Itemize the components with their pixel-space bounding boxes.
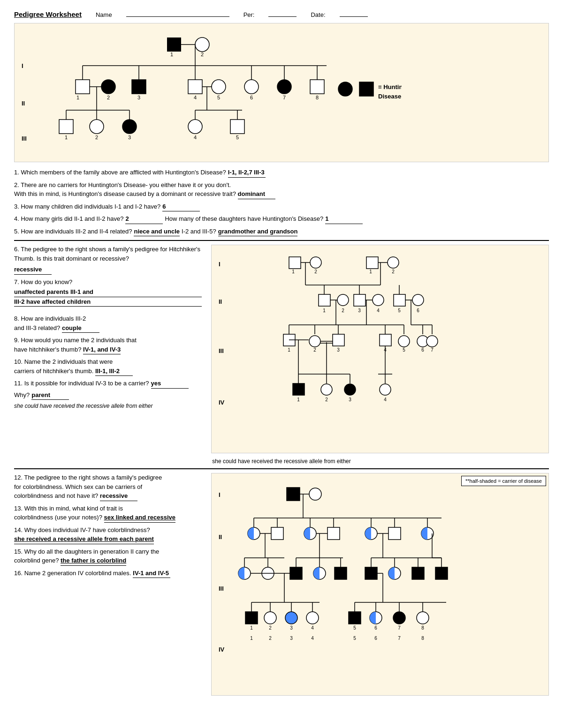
cb-I-2	[309, 488, 321, 500]
colorblind-pedigree-container: **half-shaded = carrier of disease I II …	[211, 473, 549, 696]
legend-circle	[338, 82, 352, 96]
svg-text:I: I	[219, 261, 221, 268]
a9-text: IV-1, and IV-3	[83, 345, 121, 355]
q1-line: 1. Which members of the family above are…	[14, 168, 549, 178]
hitchhikers-section: 6. The pedigree to the right shows a fam…	[14, 245, 549, 453]
cb-II-2	[271, 527, 283, 540]
cb-IV-3	[285, 612, 297, 624]
svg-text:2: 2	[325, 397, 328, 402]
svg-text:II: II	[219, 298, 222, 305]
page-title: Pedigree Worksheet	[14, 10, 82, 18]
svg-text:Disease: Disease	[378, 93, 401, 100]
III-1-square	[59, 120, 73, 134]
a2-text: dominant	[238, 189, 275, 199]
svg-text:1: 1	[250, 636, 253, 641]
q12-2-text: for colorblindness. Which sex can be car…	[14, 483, 142, 490]
cb-II-4	[327, 527, 340, 540]
svg-text:3: 3	[137, 95, 140, 100]
cb-II-6	[388, 527, 401, 540]
h-IV-2	[321, 384, 332, 395]
q10-2-text: carriers of hitchhiker's thumb.	[14, 368, 93, 375]
q9-2-text: have hitchhiker's thumb?	[14, 346, 81, 353]
III-2-circle	[90, 120, 104, 134]
q1-text: 1. Which members of the family above are…	[14, 168, 226, 177]
svg-text:3: 3	[290, 636, 293, 641]
svg-text:1: 1	[288, 347, 290, 353]
svg-text:5: 5	[217, 95, 220, 100]
svg-text:1: 1	[65, 135, 68, 140]
q13-2-text: colorblindness (use your notes)?	[14, 514, 102, 521]
legend-square	[359, 82, 373, 96]
a15-text: the father is colorblind	[61, 556, 126, 566]
svg-text:3: 3	[358, 308, 361, 313]
svg-text:5: 5	[398, 308, 401, 313]
a4-2-text: 1	[325, 214, 363, 224]
II-2-circle	[101, 80, 115, 94]
cb-III-8	[412, 567, 424, 579]
h-I-4	[388, 257, 399, 268]
svg-text:I: I	[219, 491, 221, 498]
q9-line: 9. How would you name the 2 individuals …	[14, 336, 202, 354]
svg-text:1: 1	[323, 308, 326, 313]
q16-text: 16. Name 2 generation IV colorblind male…	[14, 569, 131, 578]
svg-text:5: 5	[353, 636, 356, 641]
name-field[interactable]	[126, 9, 229, 17]
cb-II-5-half	[365, 527, 371, 540]
svg-text:6: 6	[250, 95, 253, 100]
huntingtons-pedigree-svg: 1 2 1 2	[36, 28, 402, 141]
svg-text:2: 2	[95, 135, 98, 140]
q11-1-text: 11. Is it possible for individual IV-3 t…	[14, 379, 149, 388]
III-4-circle	[188, 120, 202, 134]
date-field[interactable]	[340, 9, 368, 17]
colorblind-legend-text: **half-shaded = carrier of disease	[465, 478, 542, 484]
gen-III-label: III	[22, 122, 36, 155]
svg-text:2: 2	[201, 52, 204, 57]
cb-IV-8	[417, 612, 429, 624]
q7-text: 7. How do you know?	[14, 278, 72, 285]
II-8-square	[310, 80, 324, 94]
svg-text:6: 6	[417, 308, 419, 313]
svg-text:2: 2	[313, 347, 316, 353]
q13-line: 13. With this in mind, what kind of trai…	[14, 504, 202, 523]
cb-IV-5	[349, 612, 361, 624]
cb-IV-4	[306, 612, 319, 624]
divider-2	[14, 468, 549, 469]
svg-text:2: 2	[314, 269, 317, 274]
q4-line: 4. How many girls did II-1 and II-2 have…	[14, 214, 549, 224]
a11-2-text: parent	[31, 390, 69, 400]
cb-III-1-half	[238, 567, 244, 579]
h-I-2	[310, 257, 321, 268]
q5-1-text: 5. How are individuals III-2 and II-4 re…	[14, 227, 132, 236]
a14-text: she received a recessive allele from eac…	[14, 534, 154, 544]
a1-text: I-1, II-2,7 III-3	[228, 168, 266, 178]
hitchhikers-questions: 6. The pedigree to the right shows a fam…	[14, 245, 202, 453]
q8-2-text: and III-3 related?	[14, 324, 60, 331]
svg-text:3: 3	[290, 625, 293, 630]
cb-IV-6-half	[370, 612, 376, 624]
svg-text:1: 1	[76, 95, 79, 100]
svg-text:3: 3	[349, 397, 351, 402]
cb-II-1-half	[248, 527, 254, 540]
svg-text:III: III	[219, 347, 224, 354]
q6-line: 6. The pedigree to the right shows a fam…	[14, 245, 202, 275]
a3-text: 6	[162, 202, 200, 212]
section2-note: she could have received the recessive al…	[14, 403, 202, 409]
svg-text:5: 5	[353, 625, 356, 630]
svg-text:1: 1	[250, 625, 253, 630]
per-field[interactable]	[268, 9, 297, 17]
q15-2-text: colorblind gene?	[14, 557, 59, 564]
h-IV-4	[380, 384, 391, 395]
q12-line: 12. The pedigree to the right shows a fa…	[14, 473, 202, 501]
svg-text:4: 4	[194, 135, 197, 140]
svg-text:1: 1	[170, 52, 173, 57]
II-1-square	[76, 80, 90, 94]
svg-text:1: 1	[369, 269, 372, 274]
a11-1-text: yes	[151, 379, 189, 389]
a13-text: sex linked and recessive	[104, 513, 175, 523]
q5-2-text: I-2 and III-5?	[182, 227, 216, 236]
q13-1-text: 13. With this in mind, what kind of trai…	[14, 505, 123, 512]
a6-text: recessive	[14, 265, 52, 275]
II-6-circle	[244, 80, 259, 94]
q4-1-text: 4. How many girls did II-1 and II-2 have…	[14, 214, 123, 224]
h-I-1	[289, 257, 301, 269]
